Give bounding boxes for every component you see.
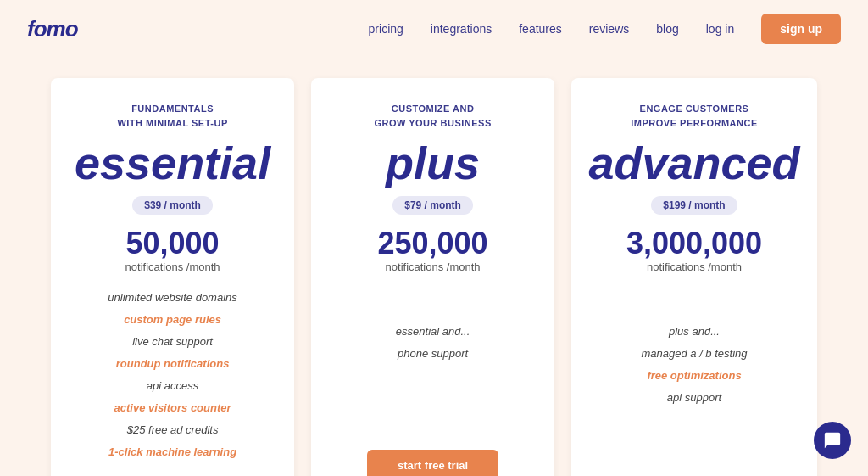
- plus-notif-label: notifications /month: [386, 260, 481, 273]
- advanced-notif-label: notifications /month: [647, 260, 742, 273]
- essential-subtitle: FUNDAMENTALSWITH MINIMAL SET-UP: [117, 102, 227, 130]
- feature-item: active visitors counter: [75, 397, 270, 419]
- advanced-subtitle: ENGAGE CUSTOMERSIMPROVE PERFORMANCE: [631, 102, 757, 130]
- advanced-price: $199 / month: [651, 196, 737, 215]
- plus-cta-button[interactable]: start free trial: [367, 450, 498, 476]
- nav-pricing[interactable]: pricing: [369, 22, 403, 36]
- nav-integrations[interactable]: integrations: [431, 22, 492, 36]
- feature-item: api support: [595, 387, 793, 409]
- nav-features[interactable]: features: [519, 22, 562, 36]
- plus-subtitle: CUSTOMIZE ANDGROW YOUR BUSINESS: [374, 102, 491, 130]
- nav: pricing integrations features reviews bl…: [369, 14, 841, 44]
- feature-item: unlimited website domains: [75, 287, 270, 309]
- header: fomo pricing integrations features revie…: [0, 0, 868, 58]
- plan-plus: CUSTOMIZE ANDGROW YOUR BUSINESS plus $79…: [311, 78, 554, 476]
- advanced-features: plus and... managed a / b testing free o…: [595, 321, 793, 409]
- advanced-name: advanced: [588, 140, 799, 186]
- feature-item: custom page rules: [75, 309, 270, 331]
- advanced-count: 3,000,000: [626, 228, 762, 259]
- essential-notif-label: notifications /month: [125, 260, 220, 273]
- essential-count: 50,000: [126, 228, 220, 259]
- nav-blog[interactable]: blog: [656, 22, 678, 36]
- plan-advanced: ENGAGE CUSTOMERSIMPROVE PERFORMANCE adva…: [571, 78, 817, 476]
- plus-price: $79 / month: [392, 196, 473, 215]
- feature-item: free optimizations: [595, 365, 793, 387]
- feature-item: roundup notifications: [75, 353, 270, 375]
- logo: fomo: [27, 16, 78, 42]
- nav-reviews[interactable]: reviews: [589, 22, 629, 36]
- signup-button[interactable]: sign up: [761, 14, 841, 44]
- feature-item: plus and...: [595, 321, 793, 343]
- plus-features: essential and... phone support: [335, 321, 531, 365]
- essential-price: $39 / month: [132, 196, 213, 215]
- feature-item: essential and...: [335, 321, 531, 343]
- plus-name: plus: [386, 140, 480, 186]
- chat-bubble-button[interactable]: [814, 422, 851, 459]
- nav-login[interactable]: log in: [706, 22, 734, 36]
- essential-features: unlimited website domains custom page ru…: [75, 287, 270, 463]
- feature-item: api access: [75, 375, 270, 397]
- feature-item: phone support: [335, 343, 531, 365]
- plus-count: 250,000: [378, 228, 488, 259]
- feature-item: live chat support: [75, 331, 270, 353]
- feature-item: 1-click machine learning: [75, 441, 270, 463]
- chat-icon: [823, 431, 842, 450]
- essential-name: essential: [75, 140, 270, 186]
- feature-item: $25 free ad credits: [75, 419, 270, 441]
- feature-item: managed a / b testing: [595, 343, 793, 365]
- plan-essential: FUNDAMENTALSWITH MINIMAL SET-UP essentia…: [51, 78, 294, 476]
- pricing-section: FUNDAMENTALSWITH MINIMAL SET-UP essentia…: [0, 58, 868, 476]
